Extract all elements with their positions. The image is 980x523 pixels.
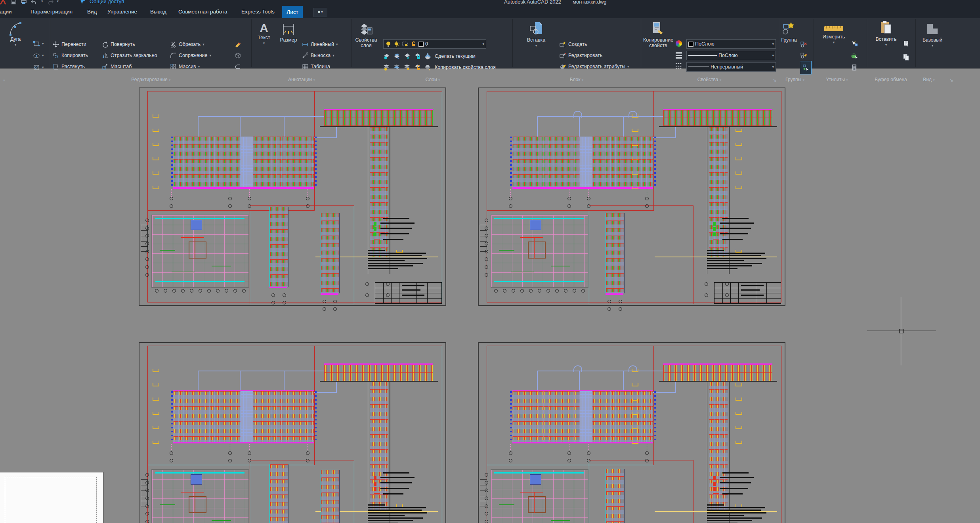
calculator-icon	[851, 64, 858, 71]
paste-button[interactable]: Вставить ▾	[874, 21, 898, 48]
arc-button[interactable]: Дуга ▾	[9, 21, 22, 48]
chevron-down-icon: ▾	[198, 65, 200, 68]
mirror-button[interactable]: Отразить зеркально	[102, 51, 157, 60]
stretch-button[interactable]: Растянуть	[53, 62, 85, 71]
view-dialog-launcher-icon[interactable]: ↘	[949, 78, 953, 83]
match-properties-button[interactable]: Копирование свойств	[641, 21, 675, 48]
group-selection-toggle[interactable]	[800, 61, 812, 74]
edit-block-button[interactable]: Редактировать	[560, 51, 602, 60]
create-block-button[interactable]: Создать	[560, 40, 587, 49]
group-button[interactable]: Группа	[779, 21, 799, 43]
layer-unlock-all-icon[interactable]	[414, 64, 421, 71]
tab-view[interactable]: Вид	[87, 5, 97, 18]
solid-box-button[interactable]	[235, 51, 241, 60]
lineweight-combo[interactable]: ПоСлою ▾	[686, 51, 776, 60]
tab-annotations-partial[interactable]: отации	[0, 5, 12, 18]
tab-output[interactable]: Вывод	[150, 5, 166, 18]
layer-isolate-icon[interactable]	[394, 53, 400, 60]
layer-on-all-icon[interactable]	[383, 64, 390, 71]
layer-properties-icon	[359, 21, 373, 37]
layer-thaw-all-icon[interactable]	[404, 64, 411, 71]
qat-customize-icon[interactable]: ▾	[57, 0, 59, 3]
color-wheel-icon[interactable]	[676, 40, 682, 47]
layer-off-icon[interactable]	[383, 53, 390, 60]
edit-group-button[interactable]	[800, 51, 807, 60]
groups-panel-label[interactable]: Группы ▾	[785, 77, 804, 82]
linear-dimension-button[interactable]: Линейный ▾	[302, 40, 338, 49]
match-layer-label[interactable]: Копировать свойства слоя	[435, 65, 496, 70]
draw-panel-chevron-icon[interactable]: ▾	[3, 78, 5, 82]
insert-block-button[interactable]: Вставка ▾	[523, 21, 549, 48]
tab-parametric[interactable]: Параметризация	[31, 5, 73, 18]
copy-button[interactable]: Копировать	[53, 51, 88, 60]
share-button[interactable]: Общий доступ	[79, 0, 124, 5]
properties-panel-label[interactable]: Свойства ▾	[697, 77, 722, 82]
text-button[interactable]: A Текст ▾	[254, 21, 274, 46]
ungroup-button[interactable]	[800, 40, 807, 49]
rectangle-tool-button[interactable]: ▾	[33, 39, 44, 48]
dimension-button[interactable]: Размер	[277, 21, 300, 43]
tab-express-tools[interactable]: Express Tools	[241, 5, 275, 18]
properties-dialog-launcher-icon[interactable]: ↘	[773, 78, 776, 83]
linetype-icon[interactable]	[676, 63, 682, 70]
copy-clip-button[interactable]	[903, 52, 909, 62]
scaffold-symbol	[153, 143, 159, 146]
ribbon-display-toggle[interactable]: ■ ▾	[313, 8, 327, 17]
leader-button[interactable]: Выноска ▾	[302, 51, 334, 60]
cut-button[interactable]	[903, 39, 909, 48]
base-view-button[interactable]: Базовый ▾	[920, 21, 945, 48]
move-icon	[53, 41, 59, 48]
undo-dropdown-icon[interactable]: ▾	[41, 0, 43, 3]
edit-panel-label[interactable]: Редактирование ▾	[131, 77, 170, 82]
utilities-panel-label[interactable]: Утилиты ▾	[826, 77, 848, 82]
layers-panel-label[interactable]: Слои ▾	[425, 77, 440, 82]
explode-button[interactable]	[235, 62, 241, 71]
annotate-panel-label[interactable]: Аннотации ▾	[288, 77, 315, 82]
chevron-down-icon: ▾	[263, 40, 265, 46]
quick-select-button[interactable]	[851, 39, 858, 48]
ellipse-tool-button[interactable]: ▾	[33, 51, 44, 60]
calculator-button[interactable]	[851, 63, 858, 72]
linetype-combo[interactable]: Непрерывный ▾	[686, 62, 776, 72]
paper-printable-margin	[5, 477, 97, 523]
scale-button[interactable]: Масштаб	[102, 62, 132, 71]
hatch-tool-button[interactable]: ▾	[33, 63, 44, 72]
redo-icon[interactable]	[47, 0, 53, 5]
erase-button[interactable]	[235, 40, 241, 49]
make-current-label[interactable]: Сделать текущим	[435, 53, 476, 59]
undo-icon[interactable]	[31, 0, 38, 5]
tab-manage[interactable]: Управление	[107, 5, 137, 18]
object-color-combo[interactable]: ПоСлою ▾	[686, 39, 776, 49]
scaffold-symbol	[632, 186, 638, 189]
layer-select-combo[interactable]: 0 ▾	[383, 39, 486, 49]
measure-button[interactable]: Измерить ▾	[821, 24, 846, 45]
layer-unisolate-icon[interactable]	[394, 64, 400, 71]
make-current-layer-icon[interactable]	[424, 53, 431, 60]
clipboard-panel-label[interactable]: Буфер обмена	[875, 77, 907, 82]
select-similar-button[interactable]	[851, 51, 858, 60]
layer-freeze-icon[interactable]	[404, 53, 411, 60]
block-panel-label[interactable]: Блок ▾	[570, 77, 584, 82]
lineweight-icon[interactable]	[676, 52, 682, 59]
drawing-canvas[interactable]	[0, 68, 980, 523]
layer-lock-icon[interactable]	[414, 53, 421, 60]
sheet-floor-plan	[491, 469, 588, 523]
sheet-section-strip	[606, 469, 625, 523]
sheet-section-T-bar	[663, 109, 772, 127]
tab-collaborate[interactable]: Совместная работа	[178, 5, 227, 18]
array-button[interactable]: Массив ▾	[170, 62, 200, 71]
tab-layout[interactable]: Лист	[282, 6, 303, 18]
rectangle-icon	[33, 40, 40, 47]
layer-properties-button[interactable]: Свойства слоя	[354, 21, 378, 48]
rotate-button[interactable]: Повернуть	[102, 40, 135, 49]
layer-match-icon[interactable]	[424, 64, 431, 71]
plot-icon[interactable]	[21, 0, 27, 5]
move-button[interactable]: Перенести	[53, 40, 86, 49]
table-button[interactable]: Таблица	[302, 62, 330, 71]
edit-attributes-button[interactable]: Редактировать атрибуты ▾	[560, 62, 629, 71]
trim-button[interactable]: Обрезать ▾	[170, 40, 204, 49]
save-icon[interactable]	[10, 0, 17, 5]
fillet-button[interactable]: Сопряжение ▾	[170, 51, 211, 60]
layer-tools-row-2: Копировать свойства слоя	[383, 63, 496, 72]
view-panel-label[interactable]: Вид ▾	[923, 77, 935, 82]
